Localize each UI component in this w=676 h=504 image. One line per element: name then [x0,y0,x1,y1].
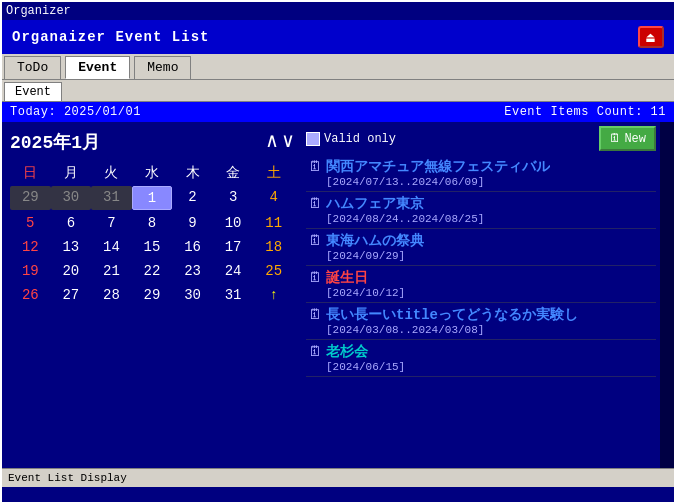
tab-todo[interactable]: ToDo [4,56,61,79]
cal-day[interactable]: 12 [10,236,51,258]
new-label: New [624,132,646,146]
header-fri: 金 [213,162,254,184]
next-month-button[interactable]: ∨ [282,132,294,152]
cal-day-highlight[interactable]: ↑ [253,284,294,306]
cal-day[interactable]: 24 [213,260,254,282]
event-content: 老杉会 [2024/06/15] [326,343,405,373]
list-item[interactable]: 🗓 長い長ーいtitleってどうなるか実験し [2024/03/08..2024… [306,303,656,340]
event-icon: 🗓 [308,233,322,249]
cal-day[interactable]: 5 [10,212,51,234]
valid-only-filter: Valid only [306,132,396,146]
title-bar: Organizer [2,2,674,20]
cal-day[interactable]: 30 [172,284,213,306]
cal-day[interactable]: 16 [172,236,213,258]
event-list: 🗓 関西アマチュア無線フェスティバル [2024/07/13..2024/06/… [306,155,656,464]
valid-only-checkbox[interactable] [306,132,320,146]
cal-day[interactable]: 29 [10,186,51,210]
header-tue: 火 [91,162,132,184]
today-label: Today: 2025/01/01 [10,105,141,119]
cal-day[interactable]: 11 [253,212,294,234]
event-content: ハムフェア東京 [2024/08/24..2024/08/25] [326,195,484,225]
calendar-week-4: 19 20 21 22 23 24 25 [10,260,294,282]
event-icon: 🗓 [308,159,322,175]
valid-only-label: Valid only [324,132,396,146]
cal-day[interactable]: 7 [91,212,132,234]
calendar-week-1: 29 30 31 1 2 3 4 [10,186,294,210]
cal-day[interactable]: 31 [91,186,132,210]
event-pane-wrapper: Valid only 🗓 New 🗓 関西アマチュア無線フェスティバル [2 [302,122,674,468]
event-title: 誕生日 [326,269,405,287]
event-date: [2024/06/15] [326,361,405,373]
tab-memo[interactable]: Memo [134,56,191,79]
calendar-nav: 2025年1月 ∧ ∨ [10,130,294,154]
list-item[interactable]: 🗓 東海ハムの祭典 [2024/09/29] [306,229,656,266]
event-pane: Valid only 🗓 New 🗓 関西アマチュア無線フェスティバル [2 [302,122,660,468]
cal-day[interactable]: 18 [253,236,294,258]
event-content: 関西アマチュア無線フェスティバル [2024/07/13..2024/06/09… [326,158,550,188]
header-wed: 水 [132,162,173,184]
event-title: 関西アマチュア無線フェスティバル [326,158,550,176]
cal-day[interactable]: 30 [51,186,92,210]
cal-day[interactable]: 9 [172,212,213,234]
event-list-scrollbar[interactable] [660,122,674,468]
cal-day[interactable]: 13 [51,236,92,258]
cal-day[interactable]: 27 [51,284,92,306]
calendar-title: 2025年1月 [10,130,100,154]
subtab-event[interactable]: Event [4,82,62,101]
event-title: 東海ハムの祭典 [326,232,424,250]
cal-day[interactable]: 22 [132,260,173,282]
cal-day[interactable]: 29 [132,284,173,306]
event-date: [2024/08/24..2024/08/25] [326,213,484,225]
event-content: 誕生日 [2024/10/12] [326,269,405,299]
event-date: [2024/03/08..2024/03/08] [326,324,578,336]
cal-day[interactable]: 2 [172,186,213,210]
event-title: 長い長ーいtitleってどうなるか実験し [326,306,578,324]
list-item[interactable]: 🗓 関西アマチュア無線フェスティバル [2024/07/13..2024/06/… [306,155,656,192]
event-title: ハムフェア東京 [326,195,484,213]
event-content: 東海ハムの祭典 [2024/09/29] [326,232,424,262]
calendar-pane: 2025年1月 ∧ ∨ 日 月 火 水 木 金 土 29 [2,122,302,468]
cal-day[interactable]: 28 [91,284,132,306]
calendar-grid: 日 月 火 水 木 金 土 29 30 31 1 2 3 4 [10,162,294,306]
tab-event[interactable]: Event [65,56,130,79]
cal-day[interactable]: 25 [253,260,294,282]
cal-day[interactable]: 21 [91,260,132,282]
header-sun: 日 [10,162,51,184]
event-icon: 🗓 [308,344,322,360]
power-button[interactable]: ⏏ [638,26,664,48]
cal-day[interactable]: 6 [51,212,92,234]
list-item[interactable]: 🗓 誕生日 [2024/10/12] [306,266,656,303]
cal-day[interactable]: 3 [213,186,254,210]
cal-day[interactable]: 20 [51,260,92,282]
calendar-header: 日 月 火 水 木 金 土 [10,162,294,184]
header-mon: 月 [51,162,92,184]
cal-day[interactable]: 4 [253,186,294,210]
calendar-week-3: 12 13 14 15 16 17 18 [10,236,294,258]
cal-day[interactable]: 26 [10,284,51,306]
new-event-button[interactable]: 🗓 New [599,126,656,151]
event-title: 老杉会 [326,343,405,361]
info-bar: Today: 2025/01/01 Event Items Count: 11 [2,102,674,122]
cal-day[interactable]: 17 [213,236,254,258]
event-icon: 🗓 [308,307,322,323]
event-icon: 🗓 [308,270,322,286]
header-title: Organaizer Event List [12,29,209,45]
cal-day[interactable]: 31 [213,284,254,306]
list-item[interactable]: 🗓 老杉会 [2024/06/15] [306,340,656,377]
cal-day[interactable]: 10 [213,212,254,234]
tabs-row: ToDo Event Memo [2,54,674,80]
status-bar: Event List Display [2,468,674,487]
cal-day[interactable]: 19 [10,260,51,282]
cal-day[interactable]: 8 [132,212,173,234]
list-item[interactable]: 🗓 ハムフェア東京 [2024/08/24..2024/08/25] [306,192,656,229]
cal-day-today[interactable]: 1 [132,186,173,210]
calendar-week-2: 5 6 7 8 9 10 11 [10,212,294,234]
count-label: Event Items Count: 11 [504,105,666,119]
event-toolbar: Valid only 🗓 New [306,126,656,151]
cal-day[interactable]: 23 [172,260,213,282]
event-date: [2024/10/12] [326,287,405,299]
header-sat: 土 [253,162,294,184]
cal-day[interactable]: 15 [132,236,173,258]
cal-day[interactable]: 14 [91,236,132,258]
prev-month-button[interactable]: ∧ [266,132,278,152]
